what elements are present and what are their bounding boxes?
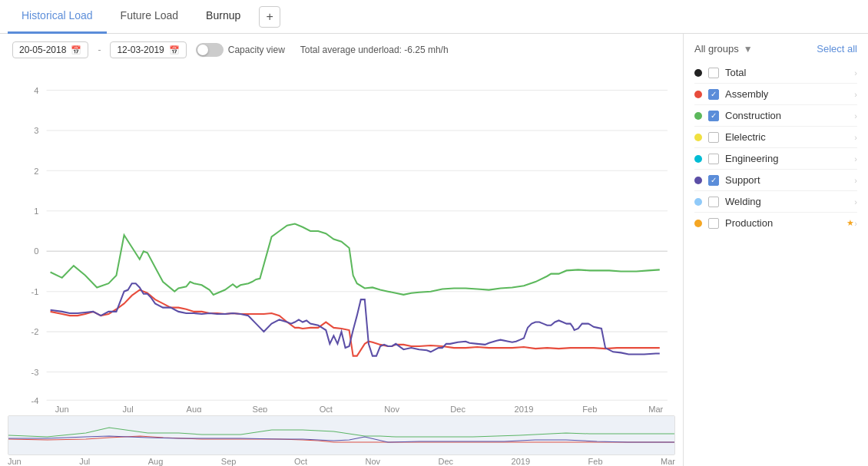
mini-chart [8, 415, 675, 455]
svg-text:-3: -3 [31, 368, 39, 377]
electric-checkbox[interactable] [708, 132, 719, 143]
construction-line [51, 224, 660, 295]
mini-chart-svg [8, 416, 674, 454]
mini-x-axis: Jun Jul Aug Sep Oct Nov Dec 2019 Feb Mar [0, 455, 683, 466]
group-item-construction[interactable]: ✓ Construction › [694, 105, 857, 127]
controls-bar: 20-05-2018 📅 - 12-03-2019 📅 Capacity vie… [0, 41, 683, 66]
main-content: 20-05-2018 📅 - 12-03-2019 📅 Capacity vie… [0, 34, 868, 466]
group-item-support[interactable]: ✓ Support › [694, 170, 857, 191]
sidebar-title-text: All groups [694, 43, 739, 55]
construction-name: Construction [725, 110, 854, 121]
chart-svg-wrapper: 4 3 2 1 0 -1 -2 -3 -4 Jun Jul Aug Sep Oc… [0, 66, 683, 412]
svg-text:4: 4 [34, 85, 38, 94]
engineering-checkbox[interactable] [708, 154, 719, 164]
svg-rect-29 [8, 416, 674, 454]
capacity-label: Capacity view [228, 45, 285, 55]
svg-text:2: 2 [34, 166, 38, 175]
svg-text:-2: -2 [31, 327, 39, 336]
svg-text:Dec: Dec [450, 405, 465, 412]
group-item-electric[interactable]: Elelectric › [694, 127, 857, 148]
production-name: Production [725, 217, 843, 229]
assembly-dot [694, 91, 702, 98]
toggle-pill[interactable] [196, 43, 224, 57]
sidebar-header: All groups ▼ Select all [694, 43, 857, 55]
date-from-input[interactable]: 20-05-2018 📅 [12, 41, 88, 58]
calendar-to-icon[interactable]: 📅 [169, 45, 180, 55]
total-name: Total [725, 67, 854, 78]
date-from-value: 20-05-2018 [19, 45, 66, 55]
svg-text:3: 3 [34, 126, 38, 135]
svg-text:Feb: Feb [582, 405, 597, 412]
construction-dot [694, 112, 702, 120]
production-chevron: › [854, 219, 857, 228]
tab-burnup[interactable]: Burnup [192, 0, 254, 34]
svg-text:-1: -1 [31, 287, 39, 296]
support-line [51, 283, 660, 355]
electric-dot [694, 134, 702, 141]
chart-area: 20-05-2018 📅 - 12-03-2019 📅 Capacity vie… [0, 34, 684, 466]
tab-future[interactable]: Future Load [107, 0, 193, 34]
construction-chevron: › [854, 111, 857, 121]
tab-historical[interactable]: Historical Load [8, 0, 107, 34]
main-chart-svg: 4 3 2 1 0 -1 -2 -3 -4 Jun Jul Aug Sep Oc… [8, 66, 675, 412]
assembly-name: Assembly [725, 88, 854, 100]
group-item-assembly[interactable]: ✓ Assembly › [694, 84, 857, 105]
svg-text:1: 1 [34, 207, 38, 216]
capacity-toggle[interactable]: Capacity view [196, 43, 285, 57]
avg-label: Total average underload: -6.25 mh/h [300, 45, 449, 55]
svg-text:Jul: Jul [123, 405, 134, 412]
electric-chevron: › [854, 133, 857, 142]
date-to-input[interactable]: 12-03-2019 📅 [110, 41, 186, 58]
app-container: Historical Load Future Load Burnup + 20-… [0, 0, 868, 466]
date-separator: - [98, 45, 101, 55]
group-item-total[interactable]: Total › [694, 62, 857, 84]
group-item-welding[interactable]: Welding › [694, 191, 857, 213]
sidebar: All groups ▼ Select all Total › ✓ Assemb… [684, 34, 868, 466]
welding-chevron: › [854, 197, 857, 207]
svg-text:-4: -4 [31, 396, 39, 405]
svg-text:2019: 2019 [515, 405, 534, 412]
engineering-chevron: › [854, 154, 857, 164]
production-checkbox[interactable] [708, 218, 719, 229]
date-to-value: 12-03-2019 [117, 45, 164, 55]
support-name: Support [725, 174, 854, 186]
support-dot [694, 177, 702, 184]
engineering-name: Engineering [725, 153, 854, 164]
welding-checkbox[interactable] [708, 197, 719, 207]
svg-text:Sep: Sep [253, 405, 268, 412]
assembly-chevron: › [854, 90, 857, 99]
svg-text:0: 0 [34, 246, 38, 256]
production-dot [694, 220, 702, 227]
add-tab-button[interactable]: + [259, 6, 280, 28]
svg-text:Oct: Oct [320, 405, 333, 412]
svg-text:Mar: Mar [648, 405, 663, 412]
construction-checkbox[interactable]: ✓ [708, 111, 719, 121]
total-dot [694, 69, 702, 77]
calendar-from-icon[interactable]: 📅 [71, 45, 81, 55]
select-all-button[interactable]: Select all [817, 43, 857, 55]
group-item-production[interactable]: Production ★ › [694, 213, 857, 233]
total-chevron: › [854, 68, 857, 78]
filter-icon: ▼ [744, 44, 753, 55]
toggle-knob [197, 45, 208, 55]
svg-text:Nov: Nov [384, 405, 399, 412]
svg-text:Jun: Jun [55, 405, 69, 412]
assembly-checkbox[interactable]: ✓ [708, 89, 719, 100]
support-checkbox[interactable]: ✓ [708, 175, 719, 186]
svg-text:Aug: Aug [187, 405, 202, 412]
electric-name: Elelectric [725, 131, 854, 143]
support-chevron: › [854, 176, 857, 185]
sidebar-title: All groups ▼ [694, 43, 753, 55]
total-checkbox[interactable] [708, 68, 719, 78]
welding-dot [694, 198, 702, 206]
tab-bar: Historical Load Future Load Burnup + [0, 0, 868, 34]
engineering-dot [694, 155, 702, 163]
group-item-engineering[interactable]: Engineering › [694, 148, 857, 170]
production-star-icon: ★ [846, 218, 854, 228]
welding-name: Welding [725, 196, 854, 207]
